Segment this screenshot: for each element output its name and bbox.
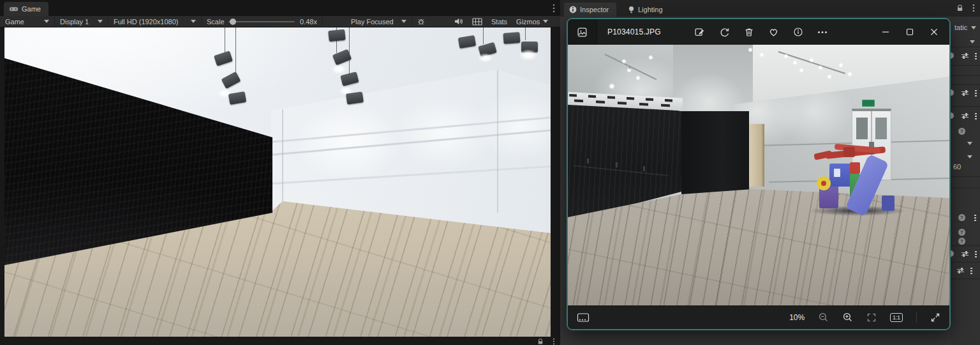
more-options-button[interactable] [817,31,828,34]
close-icon [930,28,938,36]
frame-debugger-button[interactable] [412,16,430,27]
kebab-menu-icon[interactable] [974,214,976,221]
component-header-row[interactable] [951,248,980,259]
filmstrip-toggle-button[interactable] [577,312,590,323]
help-icon[interactable]: ? [958,229,965,236]
scale-slider-handle[interactable] [230,19,236,25]
help-row[interactable]: ? [951,211,980,223]
preset-sliders-icon[interactable] [961,53,969,59]
actual-size-button[interactable]: 1:1 [890,313,903,322]
lock-icon[interactable] [537,339,544,344]
gizmos-dropdown[interactable]: Gizmos [512,16,553,27]
speaker-icon [454,17,463,26]
wall-hook [643,166,645,171]
gallery-button[interactable] [568,19,597,45]
fit-screen-icon [866,312,877,323]
photos-titlebar[interactable]: P1034015.JPG [568,19,949,45]
wall-hook [587,158,589,164]
kebab-menu-icon[interactable] [553,338,555,345]
track-light [627,68,632,73]
stats-label: Stats [491,18,507,26]
unity-inspector-region: Inspector Lighting tatic [560,0,980,345]
component-toggle-icon [951,112,954,119]
file-info-button[interactable] [793,27,803,37]
vsync-grid-button[interactable] [468,16,487,27]
help-icon[interactable]: ? [958,128,965,135]
dropdown-row[interactable] [951,137,980,149]
fit-to-window-button[interactable] [866,312,877,323]
tab-lighting[interactable]: Lighting [623,3,671,17]
toy-wheel-hub [821,181,826,186]
zoom-out-icon [818,312,829,323]
image-icon [577,27,588,38]
kebab-menu-icon[interactable] [975,89,977,96]
photo-image[interactable] [568,45,949,305]
tab-game[interactable]: Game [4,2,48,16]
close-button[interactable] [930,28,938,36]
component-header-row[interactable] [951,50,980,61]
kebab-menu-icon[interactable] [975,112,977,119]
door-glass-panel [875,118,887,139]
mute-audio-button[interactable] [449,16,468,27]
fullscreen-button[interactable] [930,312,940,323]
kebab-menu-icon[interactable] [970,267,972,274]
kebab-menu-icon[interactable] [975,250,977,257]
kebab-menu-icon[interactable] [975,52,977,59]
track-light [809,57,814,63]
wall-corner-line [282,109,283,204]
display-mode-dropdown[interactable]: Game [0,16,55,27]
info-circle-icon [569,6,577,13]
zoom-in-button[interactable] [842,312,853,323]
preset-sliders-icon[interactable] [961,90,969,96]
preset-sliders-icon[interactable] [957,268,964,273]
play-mode-dropdown[interactable]: Play Focused [346,16,412,27]
help-icon[interactable]: ? [958,214,965,221]
maximize-button[interactable] [906,28,914,36]
gizmos-label: Gizmos [516,18,540,26]
game-panel-menu-icon[interactable] [553,4,555,13]
layer-dropdown-row[interactable] [951,36,980,47]
rotate-button[interactable] [719,27,730,38]
delete-button[interactable] [744,27,754,38]
preset-sliders-icon[interactable] [961,113,969,119]
help-icon[interactable]: ? [958,238,965,245]
spotlight-lens-glow [519,49,538,61]
screenshot-root: Game Game Display 1 Full HD (1920x1080) … [0,0,980,345]
component-header-row[interactable] [951,110,980,121]
gamepad-icon [9,5,19,13]
edit-image-button[interactable] [694,27,705,38]
help-row[interactable]: ? [951,125,980,137]
display-target-label: Display 1 [60,18,89,26]
component-header-row[interactable] [951,87,980,98]
photo-actions [694,27,828,38]
game-viewport[interactable] [4,27,551,337]
static-field-row[interactable]: tatic [951,22,980,33]
photo-filename: P1034015.JPG [607,27,661,36]
component-header-row[interactable] [951,264,980,276]
chevron-down-icon [970,40,975,43]
zoom-out-button[interactable] [818,312,829,323]
favorite-button[interactable] [768,27,779,37]
toy-red-hub [843,147,855,157]
display-target-dropdown[interactable]: Display 1 [55,16,108,27]
filmstrip-icon [577,312,590,323]
wall-light-pool [295,104,403,181]
chevron-down-icon [543,20,548,23]
spotlight-lens-glow [331,65,346,74]
game-panel-tabbar: Game [0,0,560,16]
tab-inspector[interactable]: Inspector [564,3,616,17]
photo-wood-cabinet [749,124,764,187]
value-field-row[interactable]: 60 [951,161,980,172]
kebab-menu-icon[interactable] [972,4,975,12]
resolution-dropdown[interactable]: Full HD (1920x1080) [108,16,202,27]
lock-icon[interactable] [956,4,963,12]
preset-sliders-icon[interactable] [961,251,969,257]
stats-button[interactable]: Stats [487,16,512,27]
info-icon [793,27,803,37]
play-mode-label: Play Focused [351,18,394,26]
rotate-icon [719,27,730,38]
photos-statusbar: 10% 1:1 [568,305,949,329]
scale-slider[interactable] [228,21,295,22]
minimize-button[interactable] [882,28,889,36]
toy-red-block [850,162,860,174]
